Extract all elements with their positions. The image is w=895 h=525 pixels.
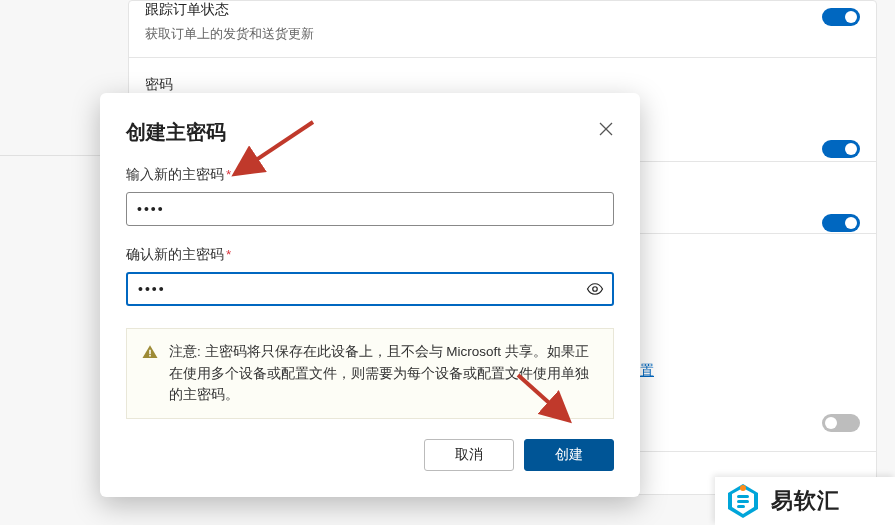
close-icon <box>599 122 613 136</box>
track-orders-toggle[interactable] <box>822 8 860 26</box>
svg-rect-9 <box>737 495 749 498</box>
watermark-text: 易软汇 <box>771 486 840 516</box>
svg-point-12 <box>740 485 746 491</box>
create-button[interactable]: 创建 <box>524 439 614 471</box>
svg-rect-3 <box>149 350 151 355</box>
track-orders-title: 跟踪订单状态 <box>145 1 860 19</box>
setting-toggle-2[interactable] <box>822 214 860 232</box>
new-password-input[interactable] <box>126 192 614 226</box>
password-section-label: 密码 <box>145 76 876 94</box>
setting-toggle-1[interactable] <box>822 140 860 158</box>
reveal-password-button[interactable] <box>582 276 608 302</box>
new-password-label: 输入新的主密码* <box>126 166 614 184</box>
dialog-title: 创建主密码 <box>126 119 614 146</box>
sidebar-divider <box>0 155 100 156</box>
cancel-button[interactable]: 取消 <box>424 439 514 471</box>
confirm-password-input[interactable] <box>126 272 614 306</box>
track-orders-desc: 获取订单上的发货和送货更新 <box>145 25 860 43</box>
close-button[interactable] <box>592 115 620 143</box>
svg-rect-4 <box>149 355 151 357</box>
svg-rect-11 <box>737 505 745 508</box>
svg-rect-10 <box>737 500 749 503</box>
watermark-logo-icon <box>723 481 763 521</box>
notice-text: 注意: 主密码将只保存在此设备上，且不会与 Microsoft 共享。如果正在使… <box>169 341 599 406</box>
link-fragment[interactable]: 置 <box>640 362 654 380</box>
watermark: 易软汇 <box>715 477 895 525</box>
setting-toggle-3[interactable] <box>822 414 860 432</box>
eye-icon <box>586 280 604 298</box>
svg-point-2 <box>593 287 598 292</box>
warning-icon <box>141 343 159 406</box>
notice-box: 注意: 主密码将只保存在此设备上，且不会与 Microsoft 共享。如果正在使… <box>126 328 614 419</box>
confirm-password-label: 确认新的主密码* <box>126 246 614 264</box>
create-master-password-dialog: 创建主密码 输入新的主密码* 确认新的主密码* 注意: 主密码将只保存在此设备上… <box>100 93 640 497</box>
